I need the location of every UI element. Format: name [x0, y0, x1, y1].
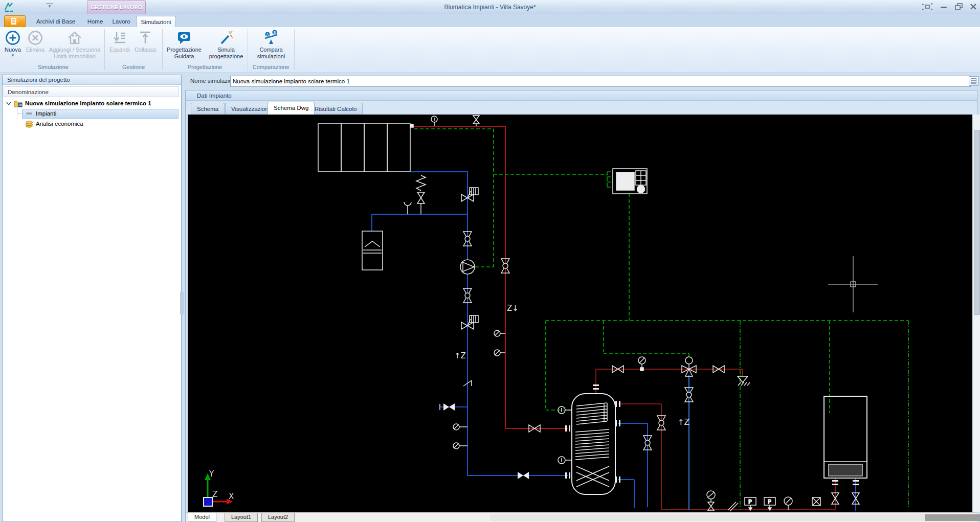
- pump-icon: [460, 260, 475, 274]
- storage-tank: [558, 394, 615, 494]
- drain-funnel-icon: [404, 202, 411, 214]
- collector-thermometer-icon: [431, 116, 437, 126]
- prog-guidata-label-line2: Guidata: [164, 53, 205, 60]
- project-simulations-panel: Simulazioni del progetto Denominazione N…: [2, 75, 182, 522]
- chevron-down-icon[interactable]: [6, 101, 12, 106]
- nuova-label: Nuova: [1, 47, 25, 53]
- solar-collector-array: [318, 124, 413, 171]
- safety-valve-icon: [404, 175, 426, 214]
- ucs-icon: Y Z X: [204, 469, 234, 506]
- ribbon: Nuova ▼ Elimina Aggiungi / Seleziona Uni…: [0, 27, 980, 73]
- flow-regulator-symbol: Z↓: [507, 304, 519, 313]
- application-window: ▾ GESTIONE LAVORO Blumatica Impianti - V…: [0, 0, 980, 522]
- fit-screen-button[interactable]: [921, 2, 934, 11]
- ribbon-tab-row: Archivi di Base Home Lavoro Simulazioni: [0, 14, 980, 27]
- espandi-label: Espandi: [107, 47, 132, 53]
- tab-simulazioni[interactable]: Simulazioni: [136, 16, 176, 28]
- shutoff-valve-icon: [443, 403, 455, 411]
- dwg-canvas[interactable]: ↑Z Z↓: [188, 115, 972, 512]
- union-fitting: [565, 384, 859, 485]
- tab-home[interactable]: Home: [84, 16, 106, 27]
- drain-cock-icon: [494, 330, 505, 356]
- group-label-progettazione: Progettazione: [163, 64, 247, 71]
- tab-model[interactable]: Model: [188, 513, 216, 522]
- horizontal-scrollbar-thumb[interactable]: [925, 514, 980, 521]
- dhw-hot-pipes: [596, 369, 835, 510]
- groupbox-header: Dati Impianto: [186, 90, 977, 101]
- flow-meter-symbol: ↑Z: [454, 351, 466, 360]
- fit-screen-icon: [922, 2, 933, 11]
- controller-display: [616, 172, 634, 190]
- window-title: Blumatica Impianti - Villa Savoye*: [0, 4, 980, 11]
- pressure-switch-icon: P: [745, 497, 756, 510]
- tree-connector: [18, 114, 24, 114]
- impianti-icon: [26, 112, 32, 115]
- tab-lavoro[interactable]: Lavoro: [108, 16, 134, 27]
- expand-all-icon: [112, 30, 128, 46]
- tree-item-label: Analisi economica: [36, 119, 83, 129]
- simulation-name-input[interactable]: [230, 76, 971, 87]
- svg-text:P: P: [768, 498, 771, 505]
- drain-cock-icon: [453, 424, 467, 449]
- group-label-gestione: Gestione: [105, 64, 162, 71]
- tab-layout2[interactable]: Layout2: [261, 513, 295, 522]
- tree-row-simulation[interactable]: Nuova simulazione impianto solare termic…: [4, 99, 179, 108]
- collassa-label: Collassa: [133, 47, 158, 53]
- three-way-mixing-valve-icon: [682, 357, 696, 376]
- panel-header: Simulazioni del progetto: [3, 75, 181, 85]
- badge-b: B: [274, 31, 276, 35]
- lower-coil: [575, 429, 609, 460]
- tab-risultati-calcolo[interactable]: Risultati Calcolo: [308, 103, 363, 115]
- vertical-scrollbar-thumb[interactable]: [974, 130, 980, 315]
- group-separator: [104, 29, 105, 70]
- panel-splitter[interactable]: [180, 291, 184, 315]
- vertical-scrollbar[interactable]: [972, 115, 980, 512]
- balancing-valve-icon: [643, 416, 665, 450]
- coins-icon: [25, 120, 33, 128]
- minimize-button[interactable]: [937, 2, 950, 11]
- title-bar: ▾ GESTIONE LAVORO Blumatica Impianti - V…: [0, 0, 980, 15]
- restore-button[interactable]: [952, 2, 966, 11]
- house-icon: [66, 30, 83, 46]
- magic-wand-icon: [218, 30, 234, 46]
- delete-icon: [27, 30, 43, 46]
- nuova-dropdown-arrow[interactable]: ▼: [1, 53, 25, 58]
- compara-label-line2: simulazioni: [250, 53, 293, 60]
- tree-row-impianti[interactable]: Impianti: [4, 109, 179, 119]
- tab-layout1[interactable]: Layout1: [225, 513, 258, 522]
- aggiungi-label-line2: Unità Immobiliari: [46, 53, 103, 60]
- svg-text:P: P: [748, 498, 752, 505]
- tab-schema-dwg[interactable]: Schema Dwg: [268, 102, 315, 115]
- ucs-z-label: Z: [212, 490, 217, 499]
- boiler: [824, 396, 867, 478]
- group-separator: [294, 29, 295, 70]
- elimina-label: Elimina: [25, 47, 46, 53]
- application-menu-button[interactable]: [4, 15, 26, 28]
- simulation-folder-icon: [14, 99, 23, 107]
- layout-tab-bar: Model Layout1 Layout2: [186, 512, 977, 522]
- minimize-icon: [938, 2, 949, 11]
- tap-outlet-icon: [738, 376, 750, 385]
- guided-design-eye-icon: [176, 30, 192, 46]
- controller-knob: [637, 186, 645, 193]
- shutoff-valve-icon: [832, 493, 859, 504]
- bottom-zigzag-coil: [576, 466, 609, 487]
- column-header-denominazione[interactable]: Denominazione: [4, 86, 179, 97]
- tree-row-analisi-economica[interactable]: Analisi economica: [4, 119, 179, 129]
- pressure-gauge-icon: [784, 497, 792, 510]
- pressure-reducer-icon: [707, 491, 715, 510]
- upper-coil: [576, 403, 607, 424]
- close-button[interactable]: [967, 2, 980, 11]
- filter-icon: [812, 497, 820, 506]
- tab-archivi-di-base[interactable]: Archivi di Base: [30, 16, 82, 27]
- grid-icon[interactable]: [969, 76, 978, 86]
- air-vent-valve-icon: [473, 116, 479, 126]
- motor-valve-icon: [461, 188, 478, 201]
- restore-icon: [953, 2, 965, 11]
- tab-schema[interactable]: Schema: [191, 103, 225, 115]
- tree-item-label: Nuova simulazione impianto solare termic…: [25, 99, 151, 108]
- ucs-x-label: X: [229, 492, 234, 501]
- horizontal-scrollbar[interactable]: [490, 514, 980, 521]
- tree-item-label: Impianti: [36, 109, 56, 119]
- crosshair-cursor: [828, 256, 878, 312]
